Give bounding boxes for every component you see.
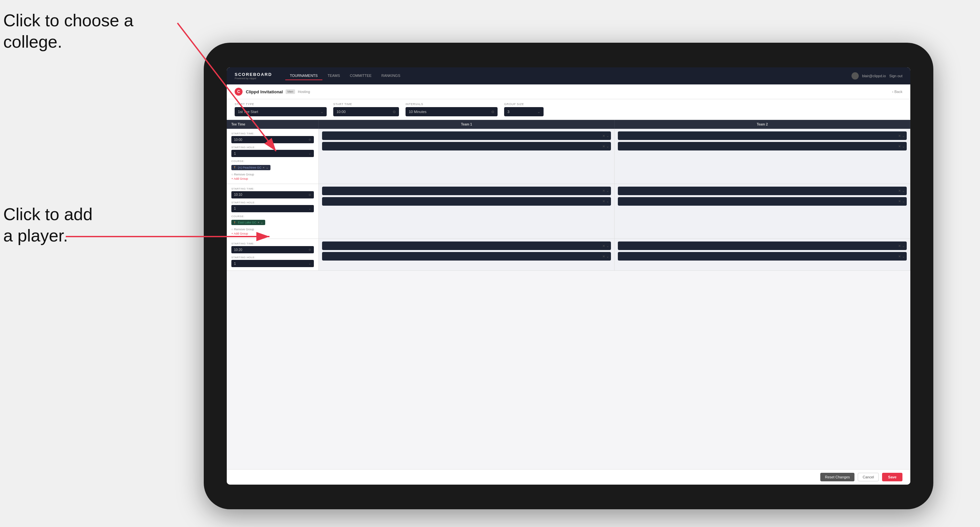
col-tee-time: Tee Time xyxy=(227,120,319,129)
slot-x-icon[interactable]: ✕ xyxy=(602,200,605,203)
starting-time-label-3: STARTING TIME: xyxy=(231,242,314,245)
starting-time-input-3[interactable]: 10:20⊙ xyxy=(231,246,314,253)
intervals-label: Intervals xyxy=(406,103,498,106)
user-email: blair@clippd.io xyxy=(862,74,886,78)
course-remove-1[interactable]: × xyxy=(263,166,264,169)
player-slot[interactable]: ✕ ⌄ xyxy=(322,187,611,195)
player-slot[interactable]: ✕ ⌄ xyxy=(322,197,611,206)
player-slot[interactable]: ✕ ⌄ xyxy=(322,132,611,140)
add-group-btn-1[interactable]: + Add Group xyxy=(231,177,314,180)
team1-players-2: ✕ ⌄ ✕ ⌄ xyxy=(319,184,614,239)
save-button[interactable]: Save xyxy=(882,473,902,481)
player-slot[interactable]: ✕ ⌄ xyxy=(618,252,907,260)
team1-players-1: ✕ ⌄ ✕ ⌄ xyxy=(319,129,614,184)
starting-hole-input-3[interactable]: 1⌄ xyxy=(231,260,314,267)
back-button[interactable]: ‹ Back xyxy=(892,90,902,94)
sub-logo: C xyxy=(235,88,243,95)
table-header: Tee Time Team 1 Team 2 xyxy=(227,120,910,129)
cancel-button[interactable]: Cancel xyxy=(858,473,879,481)
table-row: STARTING TIME: 10:10⊙ STARTING HOLE: 1⌄ … xyxy=(227,184,910,239)
table-row: STARTING TIME: 10:00⊙ STARTING HOLE: 1⌄ … xyxy=(227,129,910,184)
slot-chevron-icon[interactable]: ⌄ xyxy=(606,144,609,148)
slot-x-icon[interactable]: ✕ xyxy=(898,200,901,203)
slot-chevron-icon[interactable]: ⌄ xyxy=(606,244,609,248)
slot-chevron-icon[interactable]: ⌄ xyxy=(902,189,905,192)
starting-hole-label-3: STARTING HOLE: xyxy=(231,256,314,259)
slot-x-icon[interactable]: ✕ xyxy=(898,144,901,148)
slot-x-icon[interactable]: ✕ xyxy=(898,189,901,192)
slot-x-icon[interactable]: ✕ xyxy=(602,134,605,138)
col-team2: Team 2 xyxy=(614,120,910,129)
start-time-group: Start Time 10:00 ⊙ xyxy=(333,103,399,116)
starting-time-input-2[interactable]: 10:10⊙ xyxy=(231,191,314,198)
course-tag-2[interactable]: 🏌 East Lake GC × ⌄ xyxy=(231,220,265,225)
slot-x-icon[interactable]: ✕ xyxy=(602,144,605,148)
remove-group-btn-2[interactable]: ○ Remove Group xyxy=(231,228,314,231)
slot-chevron-icon[interactable]: ⌄ xyxy=(606,189,609,192)
group-size-input[interactable]: 3 ⌄ xyxy=(504,107,544,116)
course-expand-2[interactable]: ⌄ xyxy=(261,221,263,224)
player-slot[interactable]: ✕ ⌄ xyxy=(322,252,611,260)
starting-hole-input-2[interactable]: 1⌄ xyxy=(231,205,314,212)
nav-links: TOURNAMENTS TEAMS COMMITTEE RANKINGS xyxy=(285,71,851,80)
start-time-input[interactable]: 10:00 ⊙ xyxy=(333,107,399,116)
navbar-brand: SCOREBOARD Powered by clippd xyxy=(235,72,272,80)
sign-out-link[interactable]: Sign out xyxy=(889,74,902,78)
start-time-label: Start Time xyxy=(333,103,399,106)
main-content[interactable]: STARTING TIME: 10:00⊙ STARTING HOLE: 1⌄ … xyxy=(227,129,910,469)
intervals-group: Intervals 10 Minutes ⊙ xyxy=(406,103,498,116)
starting-hole-input-1[interactable]: 1⌄ xyxy=(231,150,314,157)
col-team1: Team 1 xyxy=(319,120,614,129)
player-slot[interactable]: ✕ ⌄ xyxy=(618,142,907,151)
annotation-line1: Click to choose a xyxy=(3,11,134,30)
player-slot[interactable]: ✕ ⌄ xyxy=(322,241,611,250)
slot-x-icon[interactable]: ✕ xyxy=(898,244,901,248)
course-expand-1[interactable]: ⌄ xyxy=(266,166,269,169)
remove-group-btn-1[interactable]: ○ Remove Group xyxy=(231,173,314,176)
slot-chevron-icon[interactable]: ⌄ xyxy=(606,255,609,258)
slot-x-icon[interactable]: ✕ xyxy=(898,134,901,138)
nav-committee[interactable]: COMMITTEE xyxy=(345,71,376,80)
starting-hole-label-2: STARTING HOLE: xyxy=(231,201,314,204)
player-slot[interactable]: ✕ ⌄ xyxy=(322,142,611,151)
group-actions-1: ○ Remove Group + Add Group xyxy=(231,173,314,180)
course-remove-2[interactable]: × xyxy=(258,221,259,224)
bottom-bar: Reset Changes Cancel Save xyxy=(227,469,910,485)
player-slot[interactable]: ✕ ⌄ xyxy=(618,241,907,250)
slot-x-icon[interactable]: ✕ xyxy=(602,189,605,192)
starting-time-label-1: STARTING TIME: xyxy=(231,132,314,135)
course-tag-1[interactable]: 🏌 (A) Peachtree GC × ⌄ xyxy=(231,165,270,170)
nav-rankings[interactable]: RANKINGS xyxy=(377,71,405,80)
intervals-input[interactable]: 10 Minutes ⊙ xyxy=(406,107,498,116)
brand-sub: Powered by clippd xyxy=(235,77,272,80)
slot-chevron-icon[interactable]: ⌄ xyxy=(606,134,609,138)
player-slot[interactable]: ✕ ⌄ xyxy=(618,132,907,140)
team1-players-3: ✕ ⌄ ✕ ⌄ xyxy=(319,239,614,270)
player-slot[interactable]: ✕ ⌄ xyxy=(618,187,907,195)
player-slot[interactable]: ✕ ⌄ xyxy=(618,197,907,206)
tablet-screen: SCOREBOARD Powered by clippd TOURNAMENTS… xyxy=(227,67,910,485)
slot-chevron-icon[interactable]: ⌄ xyxy=(606,200,609,203)
nav-teams[interactable]: TEAMS xyxy=(323,71,345,80)
slot-chevron-icon[interactable]: ⌄ xyxy=(902,200,905,203)
start-type-input[interactable]: 1st Tee Start ⌄ xyxy=(235,107,327,116)
slot-x-icon[interactable]: ✕ xyxy=(602,255,605,258)
add-group-btn-2[interactable]: + Add Group xyxy=(231,232,314,235)
team2-players-3: ✕ ⌄ ✕ ⌄ xyxy=(614,239,910,270)
slot-chevron-icon[interactable]: ⌄ xyxy=(902,134,905,138)
nav-tournaments[interactable]: TOURNAMENTS xyxy=(285,71,322,80)
slot-chevron-icon[interactable]: ⌄ xyxy=(902,244,905,248)
slot-chevron-icon[interactable]: ⌄ xyxy=(902,255,905,258)
team2-players-1: ✕ ⌄ ✕ ⌄ xyxy=(614,129,910,184)
slot-x-icon[interactable]: ✕ xyxy=(602,244,605,248)
slot-chevron-icon[interactable]: ⌄ xyxy=(902,144,905,148)
slot-x-icon[interactable]: ✕ xyxy=(898,255,901,258)
starting-time-label-2: STARTING TIME: xyxy=(231,187,314,190)
team2-players-2: ✕ ⌄ ✕ ⌄ xyxy=(614,184,910,239)
starting-time-input-1[interactable]: 10:00⊙ xyxy=(231,136,314,143)
navbar: SCOREBOARD Powered by clippd TOURNAMENTS… xyxy=(227,67,910,84)
form-row: Start Type 1st Tee Start ⌄ Start Time 10… xyxy=(227,99,910,120)
course-label-2: COURSE: xyxy=(231,215,314,218)
tee-time-panel-3: STARTING TIME: 10:20⊙ STARTING HOLE: 1⌄ xyxy=(227,239,319,270)
reset-button[interactable]: Reset Changes xyxy=(820,473,854,481)
